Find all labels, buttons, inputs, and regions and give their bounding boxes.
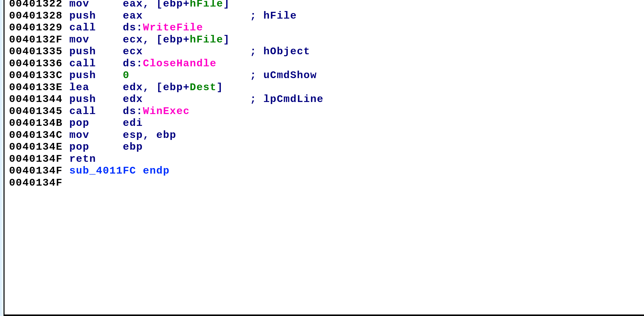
mnemonic: push [69,70,123,81]
comment: ; uCmdShow [250,70,317,81]
comment: ; lpCmdLine [250,93,324,105]
punct: + [183,82,190,93]
address[interactable]: 0040134C [9,129,69,141]
mnemonic: push [69,46,123,57]
asm-line[interactable]: 00401328 push eax ; hFile [9,10,644,22]
asm-line[interactable]: 0040134F sub_4011FC endp [9,165,644,177]
register: ebp [156,129,176,141]
asm-line[interactable]: 00401329 call ds:WriteFile [9,22,644,34]
punct: ] [223,0,230,10]
mnemonic: pop [69,141,123,153]
segment: ds [123,22,136,33]
address[interactable]: 0040133E [9,82,69,93]
register: eax [123,0,143,10]
asm-line[interactable]: 0040132F mov ecx, [ebp+hFile] [9,34,644,46]
punct: , [ [143,34,163,45]
asm-line[interactable]: 0040134F retn [9,153,644,165]
address[interactable]: 00401328 [9,10,69,22]
address[interactable]: 0040133C [9,70,69,81]
address[interactable]: 0040134F [9,165,69,177]
register: esp [123,129,143,141]
api-name[interactable]: WriteFile [143,22,203,33]
local-var[interactable]: Dest [190,82,216,93]
register: eax [123,10,143,22]
mnemonic: pop [69,117,123,129]
mnemonic: lea [69,82,123,93]
mnemonic: call [69,58,123,69]
register: edx [123,82,143,93]
asm-line[interactable]: 0040134B pop edi [9,117,644,129]
disassembly-view[interactable]: 00401322 mov eax, [ebp+hFile]00401328 pu… [0,0,644,316]
address[interactable]: 00401335 [9,46,69,57]
mnemonic: call [69,22,123,33]
address[interactable]: 0040134F [9,153,69,165]
address[interactable]: 0040134E [9,141,69,153]
register: ebp [123,141,143,153]
spacer [143,10,250,22]
segment: ds [123,106,136,117]
punct: , [ [143,0,163,10]
asm-line[interactable]: 0040133E lea edx, [ebp+Dest] [9,82,644,94]
mnemonic: call [69,106,123,117]
punct: : [136,106,143,117]
border-left [4,0,5,316]
punct: : [136,22,143,33]
register: ecx [123,46,143,57]
address[interactable]: 0040134F [9,177,69,189]
asm-line[interactable]: 0040133C push 0 ; uCmdShow [9,70,644,82]
address[interactable]: 0040134B [9,117,69,129]
api-name[interactable]: CloseHandle [143,58,217,69]
punct: : [136,58,143,69]
border-bottom [4,314,644,316]
mnemonic: retn [69,153,123,165]
comment: ; hObject [250,46,310,57]
mnemonic: mov [69,34,123,45]
punct: + [183,34,190,45]
punct: ] [217,82,223,93]
spacer [143,93,250,105]
subroutine-end[interactable]: sub_4011FC endp [69,165,170,177]
disassembly-listing[interactable]: 00401322 mov eax, [ebp+hFile]00401328 pu… [9,0,644,189]
left-gutter [0,0,4,316]
asm-line[interactable]: 00401345 call ds:WinExec [9,106,644,118]
address[interactable]: 00401344 [9,93,69,105]
address[interactable]: 00401336 [9,58,69,69]
register: ebp [163,0,183,10]
punct: ] [223,34,230,45]
register: edx [123,93,143,105]
mnemonic: push [69,10,123,22]
immediate: 0 [123,70,130,81]
register: ebp [163,82,183,93]
api-name[interactable]: WinExec [143,106,190,117]
asm-line[interactable]: 0040134C mov esp, ebp [9,129,644,141]
punct: , [143,129,156,141]
comment: ; hFile [250,10,297,22]
segment: ds [123,58,136,69]
asm-line[interactable]: 00401344 push edx ; lpCmdLine [9,93,644,106]
asm-line[interactable]: 00401335 push ecx ; hObject [9,46,644,58]
asm-line[interactable]: 00401322 mov eax, [ebp+hFile] [9,0,644,10]
mnemonic: mov [69,129,123,141]
asm-line[interactable]: 0040134F [9,177,644,189]
register: ecx [123,34,143,45]
spacer [130,70,250,81]
mnemonic [69,177,123,189]
punct: + [183,0,190,10]
local-var[interactable]: hFile [190,0,223,10]
punct: , [ [143,82,163,93]
asm-line[interactable]: 0040134E pop ebp [9,141,644,153]
address[interactable]: 00401322 [9,0,69,10]
local-var[interactable]: hFile [190,34,223,45]
address[interactable]: 00401345 [9,106,69,117]
address[interactable]: 0040132F [9,34,69,45]
mnemonic: push [69,93,123,105]
mnemonic: mov [69,0,123,10]
address[interactable]: 00401329 [9,22,69,33]
register: edi [123,117,143,129]
register: ebp [163,34,183,45]
asm-line[interactable]: 00401336 call ds:CloseHandle [9,58,644,70]
spacer [143,46,250,57]
